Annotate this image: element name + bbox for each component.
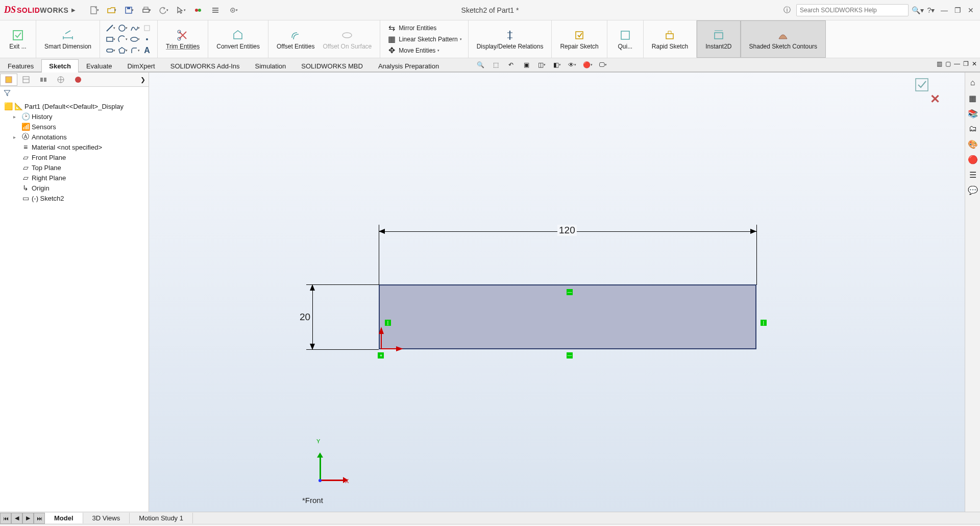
tree-annotations[interactable]: ▸ⒶAnnotations (0, 132, 149, 142)
display-manager-tab[interactable] (69, 74, 87, 86)
logo-expand-icon[interactable]: ▶ (71, 7, 76, 13)
close-icon[interactable]: ✕ (967, 6, 975, 14)
trim-button[interactable]: Trim Entities (163, 27, 203, 51)
tree-history[interactable]: ▸🕑History (0, 111, 149, 122)
dim-height-value[interactable]: 20 (298, 312, 312, 323)
nav-next-icon[interactable]: ▶ (22, 513, 34, 524)
vertical-constraint-icon[interactable]: | (385, 320, 391, 326)
open-file-icon[interactable]: ▾ (106, 5, 116, 15)
property-manager-tab[interactable] (17, 74, 35, 86)
view-triad[interactable]: Y X (312, 445, 348, 481)
view-orientation-icon[interactable]: ◫▾ (536, 59, 547, 70)
zoom-area-icon[interactable]: ⬚ (490, 59, 501, 70)
tab-simulation[interactable]: Simulation (248, 59, 294, 73)
appearances-icon[interactable]: 🔴 (967, 153, 979, 165)
vertical-constraint-icon[interactable]: | (761, 320, 767, 326)
exit-sketch-button[interactable]: Exit ... (5, 27, 31, 51)
tree-root[interactable]: 🟨📐Part1 (Default<<Default>_Display (0, 101, 149, 111)
view-palette-icon[interactable]: 🎨 (967, 138, 979, 150)
repair-button[interactable]: Repair Sketch (557, 27, 601, 51)
rectangle-icon[interactable]: ▾ (105, 34, 115, 44)
slot-icon[interactable]: ▾ (105, 45, 115, 56)
resources-icon[interactable]: ▦ (967, 92, 979, 104)
instant2d-button[interactable]: Instant2D (702, 27, 734, 51)
vp-max-icon[interactable]: ❐ (963, 60, 969, 67)
feature-tree-tab[interactable] (0, 74, 17, 86)
section-view-icon[interactable]: ▣ (521, 59, 532, 70)
config-manager-tab[interactable] (35, 74, 52, 86)
point-icon[interactable] (142, 34, 152, 44)
circle-icon[interactable]: ▾ (117, 23, 128, 33)
hide-show-icon[interactable]: 👁▾ (567, 59, 578, 70)
file-explorer-icon[interactable]: 🗂 (967, 123, 979, 135)
vp-close-icon[interactable]: ✕ (972, 60, 977, 67)
tree-front-plane[interactable]: ▱Front Plane (0, 152, 149, 162)
help-icon[interactable]: ? ▾ (927, 6, 935, 14)
horizontal-constraint-icon[interactable]: — (567, 352, 573, 358)
graphics-viewport[interactable]: 120 20 | — — | ⌖ Y X *Front ✕ (149, 73, 965, 512)
undo-icon[interactable]: ▾ (158, 5, 168, 15)
fillet-icon[interactable]: ▾ (130, 45, 140, 56)
print-icon[interactable]: ▾ (141, 5, 151, 15)
model-tab[interactable]: Model (45, 513, 83, 523)
design-library-icon[interactable]: 📚 (967, 107, 979, 119)
offset-surface-button[interactable]: Offset On Surface (320, 27, 375, 51)
previous-view-icon[interactable]: ↶ (505, 59, 517, 70)
tab-sketch[interactable]: Sketch (41, 59, 79, 73)
minimize-icon[interactable]: ― (940, 6, 948, 14)
scene-icon[interactable]: 🖵▾ (597, 59, 608, 70)
tree-sensors[interactable]: 📶Sensors (0, 122, 149, 132)
dimxpert-tab[interactable] (52, 74, 69, 86)
search-icon[interactable]: 🔍▾ (914, 6, 922, 14)
appearance-icon[interactable]: 🔴▾ (582, 59, 593, 70)
tab-features[interactable]: Features (0, 59, 41, 73)
offset-button[interactable]: Offset Entities (274, 27, 317, 51)
tab-addins[interactable]: SOLIDWORKS Add-Ins (163, 59, 248, 73)
ellipse-icon[interactable]: ▾ (130, 34, 140, 44)
home-icon[interactable]: ⌂ (967, 77, 979, 89)
tree-origin[interactable]: ↳Origin (0, 183, 149, 193)
mirror-button[interactable]: ⇆Mirror Entities (385, 22, 437, 34)
tab-analysis[interactable]: Analysis Preparation (371, 59, 447, 73)
dim-height-line[interactable] (312, 284, 313, 350)
rapid-button[interactable]: Rapid Sketch (649, 27, 691, 51)
help-search-input[interactable] (800, 7, 905, 14)
vp-min-icon[interactable]: ― (954, 60, 960, 67)
help-search[interactable] (796, 4, 909, 16)
tab-mbd[interactable]: SOLIDWORKS MBD (293, 59, 371, 73)
shaded-button[interactable]: Shaded Sketch Contours (746, 27, 820, 51)
tree-right-plane[interactable]: ▱Right Plane (0, 173, 149, 183)
smart-dimension-button[interactable]: Smart Dimension (41, 27, 94, 51)
options-list-icon[interactable] (210, 5, 220, 15)
help-hint-icon[interactable]: ⓘ (783, 6, 791, 14)
save-icon[interactable]: ▾ (124, 5, 134, 15)
horizontal-constraint-icon[interactable]: — (567, 289, 573, 295)
cancel-sketch-icon[interactable]: ✕ (930, 92, 941, 103)
spline-icon[interactable]: ▾ (130, 23, 140, 33)
coincident-constraint-icon[interactable]: ⌖ (378, 352, 384, 358)
panel-expand-icon[interactable]: ❯ (140, 76, 149, 83)
confirm-sketch-icon[interactable] (915, 78, 929, 92)
forum-icon[interactable]: 💬 (967, 184, 979, 196)
arc-icon[interactable]: ▾ (117, 34, 128, 44)
tab-dimxpert[interactable]: DimXpert (120, 59, 163, 73)
tree-filter[interactable] (0, 87, 149, 99)
new-file-icon[interactable]: ▾ (89, 5, 99, 15)
convert-button[interactable]: Convert Entities (213, 27, 263, 51)
tree-material[interactable]: ≡Material <not specified> (0, 142, 149, 152)
restore-icon[interactable]: ❐ (953, 6, 962, 14)
tab-evaluate[interactable]: Evaluate (79, 59, 120, 73)
vp-cascade-icon[interactable]: ▢ (945, 60, 951, 67)
quick-button[interactable]: Qui... (612, 27, 638, 51)
text-icon[interactable]: A (142, 45, 152, 56)
pattern-button[interactable]: ▦Linear Sketch Pattern▾ (385, 34, 462, 45)
tree-top-plane[interactable]: ▱Top Plane (0, 162, 149, 173)
plane-icon[interactable] (142, 23, 152, 33)
custom-props-icon[interactable]: ☰ (967, 169, 979, 181)
rebuild-icon[interactable] (193, 5, 203, 15)
nav-prev-icon[interactable]: ◀ (11, 513, 22, 524)
motion-study-tab[interactable]: Motion Study 1 (130, 513, 193, 523)
3dviews-tab[interactable]: 3D Views (83, 513, 130, 523)
dim-width-value[interactable]: 120 (557, 225, 577, 236)
relations-button[interactable]: Display/Delete Relations (474, 27, 547, 51)
